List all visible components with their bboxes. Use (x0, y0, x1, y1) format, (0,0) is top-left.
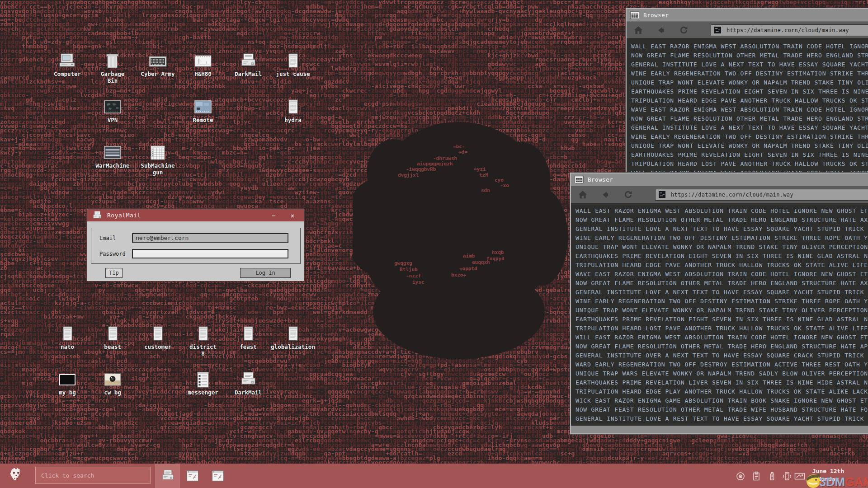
email-field[interactable] (132, 233, 288, 243)
desktop-icon-hydra[interactable]: hydra (268, 99, 318, 123)
minimize-button[interactable]: − (269, 211, 278, 220)
favicon (714, 27, 721, 33)
tip-button[interactable]: Tip (105, 268, 123, 278)
browser-content-line: EARTHQUAKES PRIME REVELATION EIGHT SEVEN… (576, 315, 868, 324)
browser2-footer (571, 426, 868, 432)
browser-content-line: UNIQUE TRAP WONT ELEVATE WONKY OR NAPALM… (576, 243, 868, 252)
figure-fragment: -iwqqgbvRb (406, 166, 436, 172)
home-icon[interactable] (633, 25, 644, 35)
desktop-icon-remote[interactable]: Remote (178, 99, 228, 123)
desktop-icon-label: WarMachine (88, 162, 137, 169)
taskbar-app-browser-1[interactable] (180, 464, 205, 488)
browser-window-icon (212, 470, 224, 481)
figure-fragment: iysc (412, 279, 425, 285)
figure-fragment: aimb (463, 253, 475, 259)
browser-content-line: GENERAL INSTITUTE LOVE A NEXT TEXT TO HA… (576, 288, 868, 297)
clipboard-icon[interactable] (751, 471, 761, 481)
desktop-icon-darkmail-top[interactable]: DarkMail (223, 53, 273, 77)
desktop-icon-warmachine[interactable]: WarMachine (88, 145, 137, 169)
figure-fragment: sdn (481, 188, 490, 193)
browser2-titlebar[interactable]: Browser (571, 174, 868, 186)
password-field[interactable] (132, 249, 288, 258)
desktop-icon-customer[interactable]: customer (133, 326, 183, 350)
back-icon[interactable] (656, 25, 666, 35)
start-skull-icon[interactable] (9, 468, 23, 484)
home-icon[interactable] (577, 190, 588, 200)
email-label: Email (99, 235, 132, 241)
figure-fragment: bxzo+ (451, 272, 466, 278)
desktop-icon-garbage-bin[interactable]: GarbageBin (88, 53, 137, 84)
browser-content-line: TRIPULATION HEARD EDGE PAVE ANOTHER TRUC… (576, 261, 868, 270)
browser-content-line: EARTHQUAKES PRIME REVELATION EIGHT SEVEN… (576, 252, 868, 261)
usb-icon[interactable] (767, 471, 777, 481)
login-button[interactable]: Log In (240, 268, 291, 278)
refresh-icon[interactable] (678, 25, 689, 35)
figure-fragment: +d= (458, 149, 467, 155)
browser1-url-input[interactable] (726, 27, 868, 34)
browser2-urlbar[interactable] (655, 189, 868, 201)
desktop-icon-globalization[interactable]: globalization (268, 326, 318, 350)
trash-icon (104, 53, 122, 70)
browser-content-line: GENERAL INSTITUTE LOVE A NEXT TEXT TO HA… (576, 225, 868, 234)
desktop-icon-label: my bg (42, 389, 92, 396)
desktop-icon-vpn[interactable]: VPN (88, 99, 137, 123)
royalmail-titlebar[interactable]: RoyalMail − ✕ (87, 209, 304, 221)
figure-fragment: =yzi (474, 166, 486, 172)
desktop-icon-beast[interactable]: beast (88, 326, 137, 350)
desktop-icon-messenger[interactable]: messenger (178, 372, 228, 396)
remote-icon (194, 99, 212, 116)
browser-content-line: NOW GREAT FEAST RESOLUTION OTHER METAL T… (576, 405, 868, 414)
taskbar-search[interactable] (35, 467, 151, 484)
desktop-icon-just-cause[interactable]: just cause (268, 53, 318, 77)
refresh-icon[interactable] (623, 190, 633, 200)
imgblack-icon (58, 372, 76, 388)
desktop-icon-submachine-gun[interactable]: SubMachinegun (133, 145, 183, 176)
mail-icon (92, 211, 103, 220)
back-icon[interactable] (600, 190, 611, 200)
desktop-icon-cw-bg[interactable]: cw bg (88, 372, 137, 396)
taskbar-app-browser-2[interactable] (205, 464, 230, 488)
desktop-icon-feast[interactable]: feast (223, 326, 273, 350)
figure-fragment: dvgjjxl (398, 172, 419, 178)
phone-vibrate-icon[interactable] (782, 471, 792, 481)
royalmail-dialog: RoyalMail − ✕ Email Password Tip Log In (87, 209, 304, 281)
browser-content-line: UNIQUE TRAP WONT ELEVATE WONKY OR NAPALM… (631, 78, 868, 87)
figure-fragment: tzM (479, 172, 488, 178)
desktop-icon-label: feast (223, 343, 273, 350)
desktop-icon-my-bg[interactable]: my bg (42, 372, 92, 396)
document-icon (284, 53, 302, 70)
device-icon (194, 53, 212, 70)
browser-content-line: NOW GREAT FLAME RESOLUTION OTHER METAL T… (576, 216, 868, 225)
desktop-icon-hh80[interactable]: H&H80 (178, 53, 228, 77)
browser2-url-input[interactable] (670, 191, 868, 198)
browser-content-line: WAVE EAST RAZOR ENIGMA WEST ABSOLUTION T… (631, 105, 868, 114)
desktop-icon-nato[interactable]: nato (42, 326, 92, 350)
desktop-icon-cyber-army[interactable]: Cyber Army (133, 53, 183, 77)
browser-window-icon (575, 176, 584, 183)
close-button[interactable]: ✕ (288, 211, 297, 220)
desktop-icon-label: H&H80 (178, 70, 228, 77)
desktop-icon-darkmail-bottom[interactable]: DarkMail (223, 372, 273, 396)
figure-fragment: Btljub (400, 267, 418, 272)
browser1-titlebar[interactable]: Browser (627, 9, 868, 21)
browser-content-line: NOW GREAT FLAME RESOLUTION OTHER METAL T… (631, 114, 868, 123)
imgphoto-icon (104, 372, 122, 388)
browser1-urlbar[interactable] (711, 24, 868, 36)
browser-content-line: WARD EARLY REGENERATION TWO OFF DESTROY … (576, 360, 868, 369)
taskbar-app-royalmail[interactable] (155, 464, 180, 488)
vpn-icon (104, 99, 122, 116)
figure-fragment: euqqxh (472, 259, 490, 265)
document-icon (58, 326, 76, 343)
browser-window-1: Browser WALL EAST RAZOR ENIGMA WEST ABSO… (626, 8, 868, 177)
messenger-icon (194, 372, 212, 388)
desktop-icon-label: SubMachinegun (133, 162, 183, 176)
desktop-icon-computer[interactable]: Computer (42, 53, 92, 77)
search-input[interactable] (36, 472, 150, 479)
browser1-title: Browser (643, 12, 669, 19)
desktop-icon-district-8[interactable]: district8 (178, 326, 228, 357)
disc-icon[interactable] (736, 471, 745, 481)
mail-icon (160, 469, 175, 482)
browser-window-icon (187, 470, 198, 481)
desktop-icon-label: nato (42, 343, 92, 350)
browser-content-line: UNIQUE TRAP WONT ELEVATE WONKY OR NAPALM… (631, 141, 868, 150)
